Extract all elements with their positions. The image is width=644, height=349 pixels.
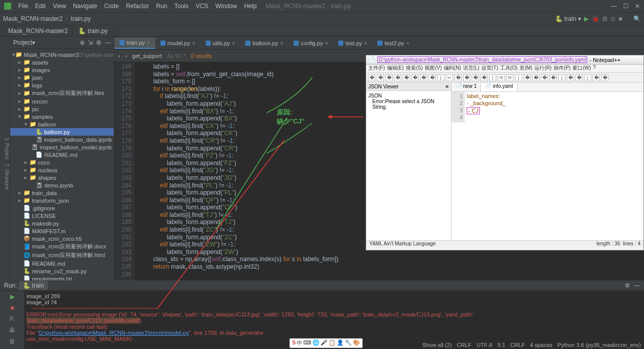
rerun-button[interactable]: ▶ <box>8 293 17 302</box>
coverage-button[interactable]: ⊞ <box>602 15 607 22</box>
debug-button[interactable]: 🐞 <box>592 15 599 22</box>
editor-tab[interactable]: balloon.py× <box>240 38 288 48</box>
notepad-titlebar[interactable]: 📄 D:\python-workspace\Mask_RCNN-master2\… <box>366 55 643 65</box>
menu-code[interactable]: Code <box>101 2 122 11</box>
find-prev-icon[interactable]: ‹ <box>118 53 120 59</box>
notepad-code[interactable]: label_names:- _background_- CJ <box>465 92 507 122</box>
nav-tab-row: Mask_RCNN-master2 🐍 train.py <box>0 25 644 37</box>
hide-panel-icon[interactable]: — <box>105 39 111 46</box>
tree-item[interactable]: ▸📁json <box>10 74 114 81</box>
tree-item[interactable]: 🐍rename_cv2_mask.py <box>10 267 114 275</box>
tree-item[interactable]: ▸📁coco <box>10 158 114 166</box>
menu-window[interactable]: Window <box>212 2 240 11</box>
menu-run[interactable]: Run <box>153 2 170 11</box>
window-controls: — ☐ ✕ <box>611 3 640 10</box>
tree-item[interactable]: 📓demo.ipynb <box>10 181 114 189</box>
menu-refactor[interactable]: Refactor <box>123 2 152 11</box>
tree-item[interactable]: 📄LICENSE <box>10 212 114 219</box>
tree-item[interactable]: 📓inspect_balloon_model.ipynb <box>10 143 114 151</box>
notepad-toolbar[interactable]: 📄📂💾💾|✂📋📋|⟲⟳|🔍🔎|🔎|🔍 <box>366 73 643 83</box>
editor-tab[interactable]: train.py× <box>114 38 155 49</box>
editor-tab[interactable]: test.py× <box>333 38 372 48</box>
tree-item[interactable]: ▾📁samples <box>10 113 114 120</box>
find-next-icon[interactable]: › <box>125 53 127 59</box>
close-button[interactable]: ✕ <box>635 3 640 10</box>
tree-item[interactable]: 📄MANIFEST.in <box>10 227 114 235</box>
tree-item[interactable]: 📄.gitignore <box>10 204 114 212</box>
menu-tools[interactable]: Tools <box>171 2 191 11</box>
tree-item[interactable]: ▸📁assets <box>10 58 114 66</box>
maximize-button[interactable]: ☐ <box>623 3 629 10</box>
scroll-to-end-icon[interactable]: ⇱ <box>8 315 17 325</box>
editor-tab[interactable]: test2.py× <box>372 38 414 48</box>
tree-item[interactable]: 📓inspect_balloon_data.ipynb <box>10 136 114 143</box>
project-panel-header: Project ▾ ⊕ ⇲ ⚙ — <box>10 37 114 49</box>
editor-tab[interactable]: model.py× <box>155 38 201 48</box>
notepad-window[interactable]: 📄 D:\python-workspace\Mask_RCNN-master2\… <box>366 55 644 250</box>
find-results: 0 results <box>191 53 212 59</box>
menu-view[interactable]: View <box>50 2 69 11</box>
tree-item[interactable]: 📄README.md <box>10 260 114 267</box>
tree-item[interactable]: 📄requirements.txt <box>10 275 114 280</box>
tree-item[interactable]: ▸📁train_data <box>10 189 114 197</box>
tree-item[interactable]: ▸📁images <box>10 66 114 74</box>
clear-icon[interactable]: 🗑 <box>8 338 17 347</box>
line-gutter: 1681691701711721731741751761771781791801… <box>114 62 135 280</box>
print-icon[interactable]: 🖶 <box>8 327 17 336</box>
ime-toolbar[interactable]: S中⌨🌐🎤📋👤🔧🎨 <box>289 338 363 348</box>
profile-button[interactable]: ⊙ <box>610 15 616 22</box>
title-bar: FileEditViewNavigateCodeRefactorRunTools… <box>0 0 644 12</box>
menu-edit[interactable]: Edit <box>32 2 49 11</box>
project-panel-title: Project <box>13 39 32 46</box>
run-config-dropdown[interactable]: 🐍 train ▾ <box>555 15 581 22</box>
nav-tab-project[interactable]: Mask_RCNN-master2 <box>3 26 73 36</box>
run-tab[interactable]: 🐍 train <box>19 281 48 290</box>
tree-item[interactable]: ▸📁pic <box>10 105 114 113</box>
find-input[interactable]: get_support <box>132 53 162 59</box>
settings-icon[interactable]: ⚙ <box>96 39 102 46</box>
tree-item[interactable]: 📄README.md <box>10 151 114 158</box>
tree-item[interactable]: 🐍balloon.py <box>10 128 114 136</box>
stop-process-button[interactable]: ■ <box>8 304 17 313</box>
tree-item[interactable]: 🌐mask_rcnn应用案例详解.html <box>10 251 114 260</box>
notepad-menu-bar[interactable]: 文件(F)编辑(E)搜索(S)视图(V)编码(N)语言(L)设置(T)工具(O)… <box>366 65 643 73</box>
editor-tab[interactable]: utils.py× <box>201 38 241 48</box>
stop-button[interactable]: ■ <box>619 15 622 22</box>
left-tool-stripe[interactable]: 1: Project 7: Structure <box>0 37 10 280</box>
project-tree[interactable]: ▾📁Mask_RCNN-master2 D:\python-workspace\… <box>10 49 114 280</box>
tree-item[interactable]: 🐍makedir.py <box>10 219 114 227</box>
tree-item[interactable]: ▸📁shapes <box>10 174 114 181</box>
tree-item[interactable]: ▸📁mrcnn <box>10 98 114 105</box>
breadcrumb-file[interactable]: train.py <box>71 15 90 22</box>
tree-item[interactable]: 📦mask_rcnn_coco.h5 <box>10 235 114 242</box>
menu-file[interactable]: File <box>15 2 31 11</box>
nav-tab-file[interactable]: 🐍 train.py <box>73 26 113 36</box>
notepad-tab-bar[interactable]: 📄 new 1📄 info.yaml <box>452 83 643 92</box>
notepad-gutter: 1234 <box>452 92 465 122</box>
run-button[interactable]: ▶ <box>584 15 589 22</box>
notepad-editor[interactable]: 📄 new 1📄 info.yaml 1234 label_names:- _b… <box>452 83 643 240</box>
tree-item[interactable]: ▸📁mask_rcnn应用案例详解.files <box>10 89 114 98</box>
tree-item[interactable]: ▸📁logs <box>10 81 114 89</box>
run-settings-icon[interactable]: ⚙ <box>625 282 630 289</box>
status-bar-right[interactable]: Show all (2)CRLFUTF-85:1CRLF4 spacesPyth… <box>422 342 641 348</box>
json-panel-close-icon[interactable]: ✕ <box>445 84 449 89</box>
navigation-toolbar: Mask_RCNN-master2 › train.py 🐍 train ▾ ▶… <box>0 12 644 25</box>
tree-item[interactable]: ▾📁balloon <box>10 120 114 128</box>
editor-tab[interactable]: config.py× <box>288 38 333 48</box>
tree-item[interactable]: ▸📁nucleus <box>10 166 114 174</box>
run-hide-icon[interactable]: — <box>634 282 640 289</box>
search-everywhere-button[interactable]: 🔍 <box>633 15 641 22</box>
minimize-button[interactable]: — <box>611 3 617 10</box>
tree-item[interactable]: ▸📁transform_json <box>10 197 114 204</box>
tree-item[interactable]: ▾📁Mask_RCNN-master2 D:\python-workspace\… <box>10 51 114 58</box>
breadcrumb-project[interactable]: Mask_RCNN-master2 <box>3 15 62 22</box>
scroll-from-source-icon[interactable]: ⊕ <box>80 39 85 46</box>
menu-vcs[interactable]: VCS <box>192 2 211 11</box>
tree-item[interactable]: 📘mask_rcnn应用案例详解.docx <box>10 242 114 251</box>
menu-help[interactable]: Help <box>241 2 260 11</box>
collapse-all-icon[interactable]: ⇲ <box>88 39 93 46</box>
notepad-status-bar: YAML Ain't Markup Language length : 36 l… <box>366 240 643 248</box>
notepad-json-viewer-panel: JSON Viewer✕ JSON Error:Please select a … <box>366 83 452 240</box>
menu-navigate[interactable]: Navigate <box>70 2 100 11</box>
